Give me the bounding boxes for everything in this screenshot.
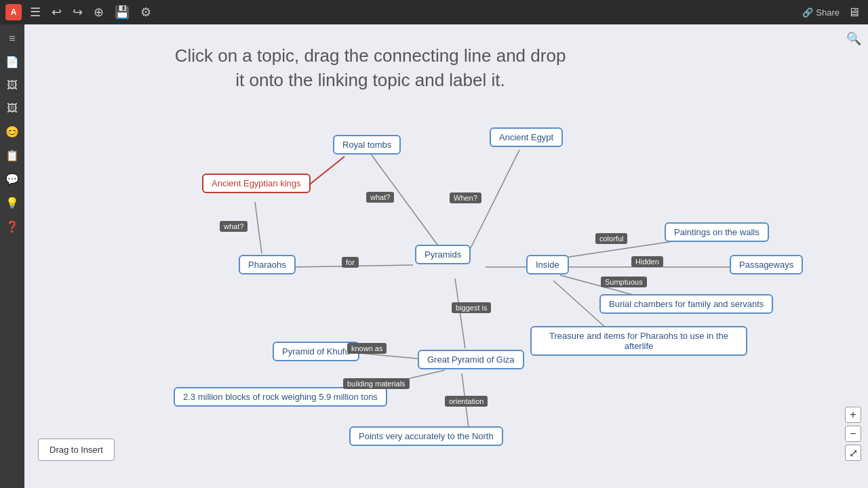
instruction-line1: Click on a topic, drag the connecting li…: [65, 43, 675, 68]
search-icon[interactable]: 🔍: [846, 31, 861, 46]
toolbar: A ☰ ↩ ↪ ⊕ 💾 ⚙ 🔗 Share 🖥: [0, 0, 868, 24]
sidebar-icon-bulb[interactable]: 💡: [3, 194, 22, 212]
share-icon: 🔗: [802, 7, 813, 18]
menu-button[interactable]: ☰: [27, 3, 43, 21]
undo-button[interactable]: ↩: [49, 3, 64, 21]
sidebar-icon-list[interactable]: ≡: [6, 30, 18, 47]
node-great-pyramid[interactable]: Great Pyramid of Giza: [418, 350, 524, 369]
instruction-line2: it onto the linking topic and label it.: [65, 68, 675, 92]
node-royal-tombs[interactable]: Royal tombs: [333, 135, 401, 155]
sidebar-icon-chat[interactable]: 💬: [3, 170, 22, 188]
zoom-fit-button[interactable]: ⤢: [845, 445, 861, 461]
sidebar: ≡ 📄 🖼 🖼 😊 📋 💬 💡 ❓: [0, 24, 24, 488]
svg-line-3: [255, 202, 262, 253]
sidebar-icon-help[interactable]: ❓: [3, 218, 22, 236]
add-button[interactable]: ⊕: [91, 3, 106, 21]
node-passageways[interactable]: Passageways: [730, 255, 803, 274]
instruction-text: Click on a topic, drag the connecting li…: [65, 43, 675, 93]
edge-label-known-as: known as: [347, 343, 387, 354]
monitor-button[interactable]: 🖥: [845, 4, 863, 21]
edge-label-when: When?: [450, 192, 481, 203]
drag-to-insert-button[interactable]: Drag to Insert: [38, 439, 115, 461]
redo-button[interactable]: ↪: [70, 3, 85, 21]
node-paintings[interactable]: Paintings on the walls: [665, 222, 769, 242]
edge-label-what2: what?: [220, 221, 248, 232]
node-pharaohs[interactable]: Pharaohs: [239, 255, 296, 274]
save-button[interactable]: 💾: [112, 3, 132, 21]
share-label: Share: [816, 7, 840, 18]
node-points-north[interactable]: Points very accurately to the North: [349, 426, 503, 446]
node-treasure[interactable]: Treasure and items for Pharaohs to use i…: [530, 326, 747, 356]
settings-button[interactable]: ⚙: [138, 3, 154, 21]
app-logo[interactable]: A: [5, 4, 22, 20]
sidebar-icon-doc[interactable]: 📄: [3, 53, 22, 71]
sidebar-icon-clipboard[interactable]: 📋: [3, 146, 22, 165]
svg-line-10: [455, 279, 465, 348]
edge-label-what1: what?: [366, 192, 394, 203]
edge-label-sumptuous: Sumptuous: [601, 277, 647, 287]
edge-label-for: for: [342, 257, 359, 268]
share-button[interactable]: 🔗 Share: [802, 7, 840, 18]
node-inside[interactable]: Inside: [526, 255, 569, 274]
zoom-in-button[interactable]: +: [845, 407, 861, 423]
edge-label-orientation: orientation: [445, 396, 488, 407]
canvas: 🔍 Click on a topic, drag the connecting …: [24, 24, 868, 488]
node-pyramids[interactable]: Pyramids: [415, 245, 471, 264]
sidebar-icon-face[interactable]: 😊: [3, 123, 22, 141]
zoom-out-button[interactable]: −: [845, 426, 861, 442]
sidebar-icon-image2[interactable]: 🖼: [4, 100, 20, 117]
edge-label-building-materials: building materials: [343, 378, 410, 389]
zoom-controls: + − ⤢: [845, 407, 861, 461]
edge-label-hidden: Hidden: [631, 256, 663, 267]
node-burial-chambers[interactable]: Burial chambers for family and servants: [599, 294, 773, 314]
edge-label-colorful: colorful: [595, 233, 627, 244]
edge-label-biggest-is: biggest is: [452, 302, 491, 313]
node-ancient-egypt[interactable]: Ancient Egypt: [490, 127, 563, 147]
node-blocks[interactable]: 2.3 million blocks of rock weighing 5.9 …: [174, 387, 387, 407]
svg-line-1: [370, 153, 445, 255]
node-pyramid-khufu[interactable]: Pyramid of Khufu: [273, 342, 359, 361]
node-ancient-egyptian-kings[interactable]: Ancient Egyptian kings: [202, 174, 311, 193]
sidebar-icon-image1[interactable]: 🖼: [4, 77, 20, 94]
